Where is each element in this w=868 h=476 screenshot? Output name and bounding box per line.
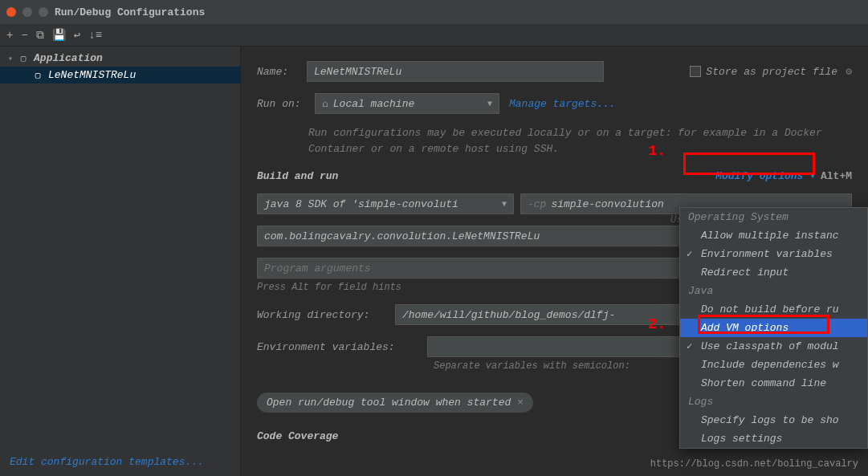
modify-shortcut: Alt+M [821, 170, 852, 182]
store-label: Store as project file [706, 66, 837, 78]
check-icon: ✓ [687, 248, 692, 260]
jdk-dropdown[interactable]: java 8 SDK of 'simple-convoluti ▼ [257, 193, 514, 214]
titlebar: Run/Debug Configurations [0, 0, 868, 24]
run-on-value: Local machine [333, 98, 414, 110]
close-window-icon[interactable] [6, 7, 16, 17]
annotation-1-label: 1. [648, 143, 666, 159]
run-on-dropdown[interactable]: ⌂ Local machine ▼ [315, 93, 499, 114]
copy-icon[interactable]: ⧉ [36, 29, 44, 42]
name-input[interactable] [307, 61, 604, 82]
popup-allow-multiple[interactable]: Allow multiple instanc [680, 226, 867, 245]
maximize-window-icon[interactable] [39, 7, 48, 17]
env-vars-label: Environment variables: [257, 341, 418, 353]
modify-options-link[interactable]: Modify options ▾ [715, 169, 816, 182]
popup-redirect-input[interactable]: Redirect input [680, 263, 867, 282]
chip-label: Open run/debug tool window when started [267, 397, 511, 409]
application-icon: ▢ [18, 53, 29, 64]
jdk-value: java 8 SDK of 'simple-convoluti [264, 198, 458, 210]
open-tool-window-chip[interactable]: Open run/debug tool window when started … [257, 393, 533, 413]
popup-use-classpath[interactable]: ✓Use classpath of modul [680, 337, 867, 356]
window-title: Run/Debug Configurations [55, 6, 205, 18]
save-icon[interactable]: 💾 [52, 28, 66, 42]
remove-icon[interactable]: − [21, 29, 27, 42]
popup-header-java: Java [680, 282, 867, 300]
toolbar: + − ⧉ 💾 ↩ ↓≡ [0, 24, 868, 47]
chevron-down-icon: ▾ [8, 54, 13, 63]
main-panel: Name: Store as project file ⚙ Run on: ⌂ … [241, 47, 868, 476]
popup-logs-settings[interactable]: Logs settings [680, 429, 867, 448]
tree-item-label: LeNetMNISTReLu [48, 69, 136, 81]
popup-shorten-cmd[interactable]: Shorten command line [680, 374, 867, 393]
run-on-hint: Run configurations may be executed local… [308, 125, 852, 157]
minimize-window-icon[interactable] [22, 7, 32, 17]
run-on-label: Run on: [257, 98, 305, 110]
name-label: Name: [257, 66, 297, 78]
popup-add-vm-options[interactable]: Add VM options [680, 319, 867, 337]
watermark: https://blog.csdn.net/boling_cavalry [650, 458, 858, 470]
popup-header-os: Operating System [680, 208, 867, 226]
tree-item-lenet[interactable]: ▢ LeNetMNISTReLu [0, 67, 240, 83]
run-config-icon: ▢ [32, 70, 43, 81]
window-controls [6, 7, 48, 17]
gear-icon[interactable]: ⚙ [846, 65, 852, 78]
store-as-project-file[interactable]: Store as project file ⚙ [690, 65, 852, 78]
working-dir-label: Working directory: [257, 309, 385, 321]
manage-targets-link[interactable]: Manage targets... [509, 98, 616, 110]
edit-config-templates-link[interactable]: Edit configuration templates... [0, 448, 240, 476]
cp-value: simple-convolution [551, 198, 663, 210]
cp-prefix: -cp [528, 198, 546, 210]
popup-include-deps[interactable]: Include dependencies w [680, 356, 867, 374]
sidebar: ▾ ▢ Application ▢ LeNetMNISTReLu Edit co… [0, 47, 241, 476]
popup-env-vars[interactable]: ✓Environment variables [680, 245, 867, 263]
checkbox-icon[interactable] [690, 66, 701, 77]
tree-root-application[interactable]: ▾ ▢ Application [0, 50, 240, 67]
popup-no-build[interactable]: Do not build before ru [680, 300, 867, 319]
chevron-down-icon: ▼ [487, 100, 492, 108]
build-run-title: Build and run [257, 170, 338, 182]
close-icon[interactable]: × [517, 397, 524, 409]
popup-header-logs: Logs [680, 393, 867, 411]
home-icon: ⌂ [322, 98, 328, 110]
sort-icon[interactable]: ↓≡ [88, 29, 102, 42]
chevron-down-icon: ▼ [502, 200, 507, 209]
annotation-2-label: 2. [648, 316, 666, 332]
code-coverage-title: Code Coverage [257, 430, 338, 442]
modify-options-popup: Operating System Allow multiple instanc … [679, 207, 868, 449]
config-tree: ▾ ▢ Application ▢ LeNetMNISTReLu [0, 47, 240, 448]
build-and-run-section: Build and run Modify options ▾ Alt+M [257, 169, 852, 182]
add-icon[interactable]: + [6, 29, 13, 42]
revert-icon[interactable]: ↩ [74, 28, 80, 42]
popup-specify-logs[interactable]: Specify logs to be sho [680, 411, 867, 429]
tree-root-label: Application [34, 52, 103, 64]
check-icon: ✓ [687, 340, 692, 352]
